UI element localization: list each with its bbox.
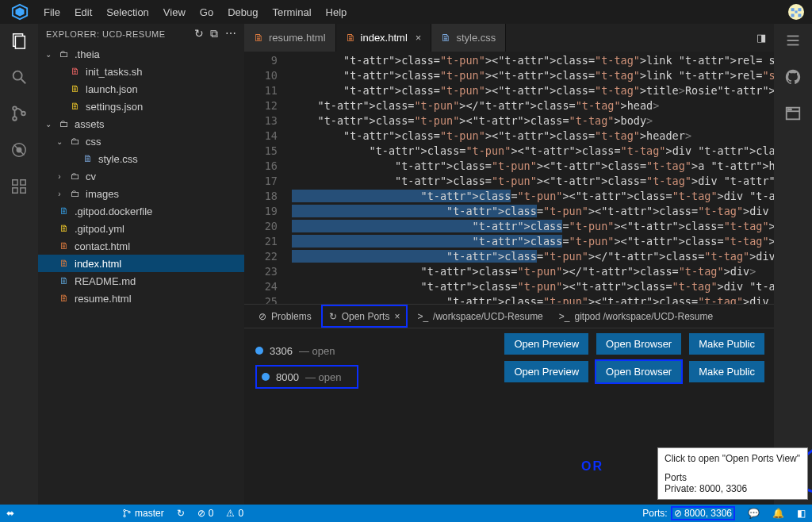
editor-tab-style-css[interactable]: 🗎style.css <box>431 24 506 52</box>
menu-help[interactable]: Help <box>319 6 354 18</box>
port-number: 3306 <box>270 345 293 357</box>
file--gitpod-dockerfile[interactable]: 🗎.gitpod.dockerfile <box>38 202 244 220</box>
file-launch-json[interactable]: 🗎launch.json <box>38 80 244 98</box>
tree-item-label: assets <box>75 118 105 130</box>
browser-preview-icon[interactable] <box>781 102 805 125</box>
file-contact-html[interactable]: 🗎contact.html <box>38 237 244 255</box>
menu-terminal[interactable]: Terminal <box>265 6 318 18</box>
svg-point-16 <box>17 148 21 152</box>
menu-file[interactable]: File <box>36 6 67 18</box>
folder-assets[interactable]: ⌄🗀assets <box>38 115 244 132</box>
svg-point-13 <box>21 112 25 116</box>
open-preview-button[interactable]: Open Preview <box>504 333 588 355</box>
status-ports[interactable]: Ports: ⊘ 8000, 3306 <box>636 506 741 520</box>
status-warnings[interactable]: ⚠0 <box>220 508 250 519</box>
menu-selection[interactable]: Selection <box>99 6 155 18</box>
app-logo <box>11 3 29 21</box>
make-public-button[interactable]: Make Public <box>689 333 764 355</box>
chevron-icon: ⌄ <box>43 50 54 59</box>
svg-point-31 <box>124 515 126 517</box>
panel-tab--workspace-ucd-resume[interactable]: >_/workspace/UCD-Resume <box>411 305 549 328</box>
menu-go[interactable]: Go <box>193 6 220 18</box>
tree-item-label: cv <box>86 171 96 182</box>
status-branch[interactable]: master <box>116 508 170 519</box>
port-number: 8000 <box>276 371 299 383</box>
tab-label: resume.html <box>269 32 326 44</box>
menu-edit[interactable]: Edit <box>67 6 99 18</box>
tree-item-label: index.html <box>75 258 121 270</box>
file-readme-md[interactable]: 🗎README.md <box>38 272 244 290</box>
activity-bar <box>0 24 38 506</box>
port-row-8000[interactable]: 8000 — open <box>255 365 358 389</box>
status-errors[interactable]: ⊘0 <box>191 508 220 519</box>
activity-debug[interactable] <box>7 138 31 162</box>
collapse-all-icon[interactable]: ⧉ <box>210 27 219 40</box>
open-browser-button[interactable]: Open Browser <box>596 361 681 382</box>
folder-cv[interactable]: ›🗀cv <box>38 167 244 185</box>
status-layout-icon[interactable]: ◧ <box>791 508 812 519</box>
file-style-css[interactable]: 🗎style.css <box>38 150 244 167</box>
svg-point-32 <box>128 511 131 513</box>
file-init-tasks-sh[interactable]: 🗎init_tasks.sh <box>38 63 244 80</box>
svg-rect-4 <box>791 13 795 17</box>
close-icon[interactable]: × <box>394 311 400 322</box>
file-resume-html[interactable]: 🗎resume.html <box>38 290 244 307</box>
make-public-button[interactable]: Make Public <box>689 361 764 382</box>
menu-debug[interactable]: Debug <box>220 6 265 18</box>
github-icon[interactable] <box>781 65 805 89</box>
status-remote[interactable]: ⬌ <box>0 508 21 519</box>
tab-label: style.css <box>456 32 496 44</box>
activity-search[interactable] <box>7 65 31 89</box>
port-state: — open <box>305 371 342 383</box>
user-avatar[interactable] <box>788 4 804 20</box>
file-icon: 🗎 <box>69 100 82 113</box>
folder--theia[interactable]: ⌄🗀.theia <box>38 45 244 63</box>
outline-icon[interactable] <box>781 29 805 52</box>
chevron-icon: ⌄ <box>54 137 65 146</box>
status-sync[interactable]: ↻ <box>170 508 191 519</box>
tree-item-label: images <box>86 188 119 200</box>
activity-source-control[interactable] <box>7 102 31 125</box>
folder-icon: 🗀 <box>69 187 82 200</box>
svg-point-9 <box>13 71 22 80</box>
tree-item-label: README.md <box>75 275 136 287</box>
tooltip-line1: Click to open "Open Ports View" <box>665 453 801 464</box>
tree-item-label: css <box>86 136 102 148</box>
folder-css[interactable]: ⌄🗀css <box>38 132 244 150</box>
open-browser-button[interactable]: Open Browser <box>596 333 681 355</box>
panel-tab-open-ports[interactable]: ↻Open Ports× <box>321 305 408 328</box>
code-content[interactable]: "t-attr">class="t-pun"><"t-attr">class="… <box>292 52 774 304</box>
split-editor-icon[interactable]: ◨ <box>749 24 774 52</box>
file-icon: 🗎 <box>58 292 71 305</box>
panel-tab-icon: ↻ <box>329 311 337 322</box>
editor-tab-resume-html[interactable]: 🗎resume.html <box>244 24 336 52</box>
status-bar: ⬌ master ↻ ⊘0 ⚠0 Ports: ⊘ 8000, 3306 💬 🔔… <box>0 505 812 522</box>
close-icon[interactable]: × <box>416 32 422 44</box>
file-settings-json[interactable]: 🗎settings.json <box>38 98 244 115</box>
status-bell-icon[interactable]: 🔔 <box>766 508 791 519</box>
activity-extensions[interactable] <box>7 175 31 198</box>
code-editor[interactable]: 910111213141516171819202122232425 "t-att… <box>244 52 774 304</box>
open-preview-button[interactable]: Open Preview <box>504 361 588 382</box>
menu-view[interactable]: View <box>156 6 193 18</box>
panel-tab-problems[interactable]: ⊘Problems <box>252 305 318 328</box>
tooltip-line2: Ports <box>665 472 801 483</box>
port-state: — open <box>299 345 335 357</box>
folder-icon: 🗀 <box>58 117 71 130</box>
panel-tab-label: /workspace/UCD-Resume <box>433 311 543 322</box>
status-feedback-icon[interactable]: 💬 <box>741 508 766 519</box>
tree-item-label: style.css <box>98 153 138 165</box>
port-status-dot <box>255 347 263 355</box>
more-icon[interactable]: ⋯ <box>225 27 237 40</box>
folder-icon: 🗀 <box>58 48 71 60</box>
file--gitpod-yml[interactable]: 🗎.gitpod.yml <box>38 220 244 237</box>
panel-tab-gitpod--workspace-ucd-resume[interactable]: >_gitpod /workspace/UCD-Resume <box>553 305 719 328</box>
refresh-icon[interactable]: ↻ <box>194 27 205 40</box>
editor-tab-index-html[interactable]: 🗎index.html× <box>336 24 432 52</box>
activity-explorer[interactable] <box>7 29 31 52</box>
file-index-html[interactable]: 🗎index.html <box>38 255 244 272</box>
folder-images[interactable]: ›🗀images <box>38 185 244 202</box>
svg-rect-6 <box>795 10 797 13</box>
svg-rect-19 <box>21 188 25 193</box>
file-tree: ⌄🗀.theia🗎init_tasks.sh🗎launch.json🗎setti… <box>38 44 244 506</box>
